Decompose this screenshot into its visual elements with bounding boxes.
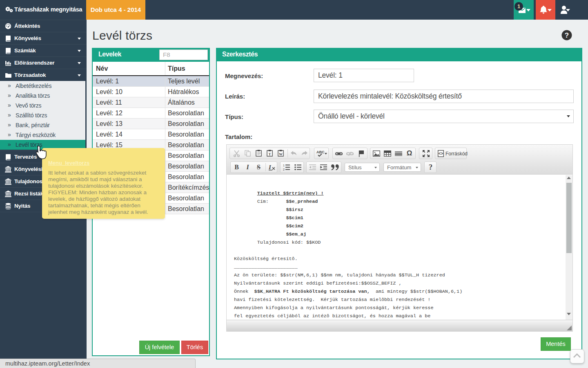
svg-text:<>: <> [438, 151, 443, 156]
svg-text:T: T [268, 152, 271, 156]
svg-text:ABC: ABC [316, 150, 325, 154]
svg-text:W: W [279, 152, 283, 156]
svg-text:?: ? [565, 31, 569, 39]
svg-text:1: 1 [283, 164, 285, 167]
svg-text:2: 2 [283, 168, 285, 171]
svg-text:I: I [268, 164, 272, 171]
